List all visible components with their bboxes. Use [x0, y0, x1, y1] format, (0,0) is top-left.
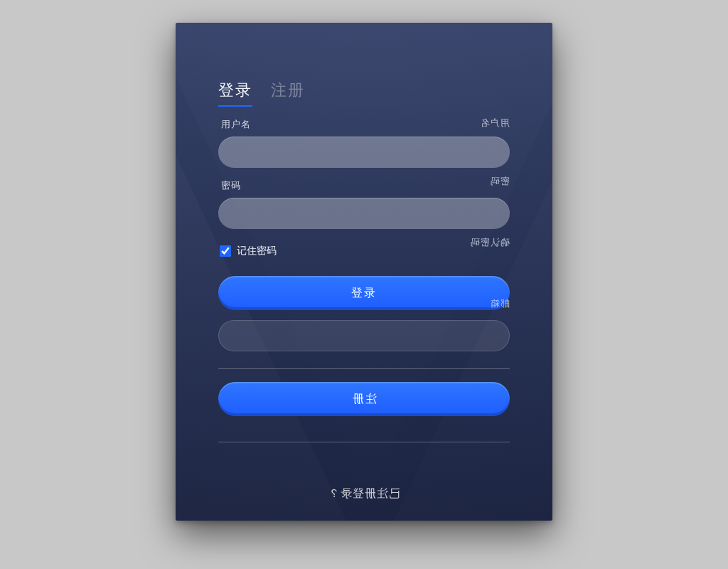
- remember-row: 记住密码: [220, 245, 510, 257]
- auth-card: 登录 注册 用户名 用户名 密码 密码 确认密码 记住密码 登录: [176, 23, 552, 521]
- section-divider-1: [218, 368, 510, 369]
- section-divider-2: [218, 442, 510, 442]
- swap-link-row: 已注册登录？: [218, 486, 510, 501]
- remember-checkbox[interactable]: [220, 245, 231, 257]
- tab-login[interactable]: 登录: [218, 80, 252, 107]
- auth-tabs: 登录 注册: [218, 80, 510, 107]
- password-label: 密码: [221, 179, 510, 192]
- password-input[interactable]: [218, 198, 510, 229]
- login-button[interactable]: 登录: [218, 276, 510, 310]
- username-label: 用户名: [221, 118, 510, 131]
- register-button[interactable]: 注册: [218, 382, 510, 416]
- remember-label: 记住密码: [237, 245, 277, 257]
- swap-to-login-link[interactable]: 已注册登录？: [328, 486, 400, 501]
- login-panel: 用户名 用户名 密码 密码 确认密码 记住密码 登录 邮箱 注: [218, 118, 510, 501]
- tab-register[interactable]: 注册: [271, 80, 305, 107]
- mirrored-ghost-input: [218, 320, 510, 351]
- username-input[interactable]: [218, 137, 510, 168]
- card-content: 登录 注册 用户名 用户名 密码 密码 确认密码 记住密码 登录: [176, 23, 552, 501]
